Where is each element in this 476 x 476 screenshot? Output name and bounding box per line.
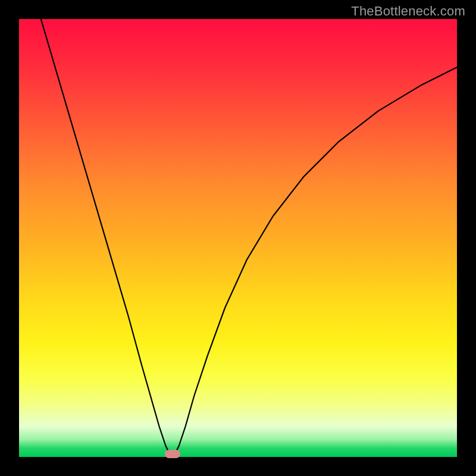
plot-area (19, 19, 457, 457)
bottleneck-curve (41, 19, 457, 457)
optimal-marker (165, 450, 180, 458)
chart-frame: TheBottleneck.com (0, 0, 476, 476)
watermark-text: TheBottleneck.com (351, 4, 465, 19)
curve-svg (19, 19, 457, 457)
